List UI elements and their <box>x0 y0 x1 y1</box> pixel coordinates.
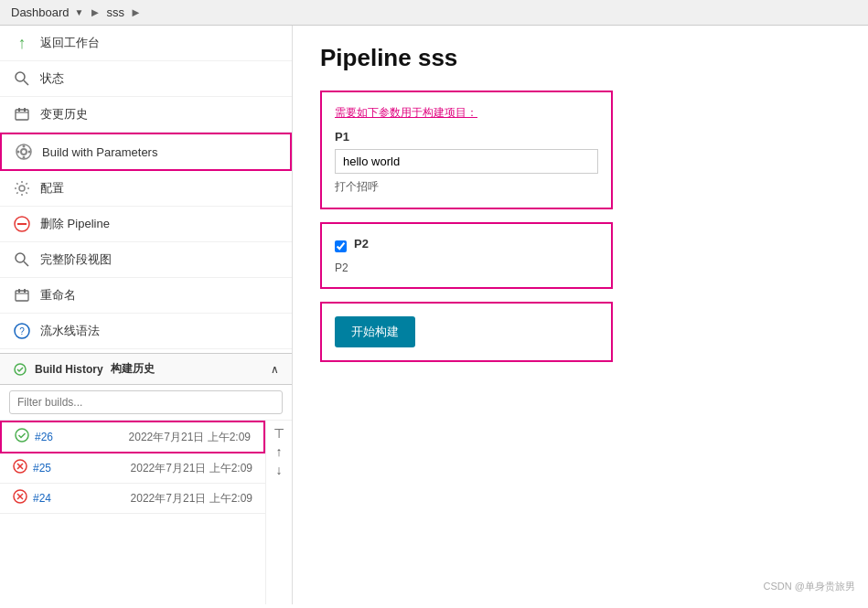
return-icon: ↑ <box>13 34 31 52</box>
scroll-down-button[interactable]: ↓ <box>273 461 286 479</box>
build-history-title-cn: 构建历史 <box>111 361 155 377</box>
breadcrumb: Dashboard ▼ ► sss ► <box>0 0 868 26</box>
svg-point-8 <box>22 150 26 154</box>
build-history-chevron[interactable]: ∧ <box>271 363 279 376</box>
sidebar-item-rename[interactable]: 重命名 <box>0 278 292 314</box>
breadcrumb-dropdown-icon[interactable]: ▼ <box>75 7 84 17</box>
build-list-row: #26 2022年7月21日 上午2:09 #25 2022年7月21日 上午2… <box>0 421 292 604</box>
filter-input-wrapper <box>0 385 292 421</box>
param-hint: 需要如下参数用于构建项目： <box>335 105 598 121</box>
svg-point-12 <box>23 156 26 159</box>
param-p1-section: 需要如下参数用于构建项目： P1 打个招呼 <box>320 91 613 209</box>
sidebar-item-status[interactable]: 状态 <box>0 61 292 97</box>
sidebar-item-label-rename: 重命名 <box>40 287 76 304</box>
sidebar-item-full-stage-view[interactable]: 完整阶段视图 <box>0 242 292 278</box>
build-25-status-icon <box>13 459 27 477</box>
p1-input[interactable] <box>335 149 598 174</box>
start-build-button[interactable]: 开始构建 <box>335 316 415 347</box>
build-item-26[interactable]: #26 2022年7月21日 上午2:09 <box>0 421 265 453</box>
build-24-date: 2022年7月21日 上午2:09 <box>131 491 252 507</box>
sidebar-item-label-delete: 删除 Pipeline <box>40 216 110 232</box>
svg-point-16 <box>16 253 25 262</box>
filter-builds-input[interactable] <box>9 390 283 414</box>
svg-text:?: ? <box>19 326 25 336</box>
param-p2-section: P2 P2 <box>320 222 613 289</box>
build-26-status-icon <box>15 428 29 446</box>
svg-point-11 <box>23 145 26 148</box>
build-list: #26 2022年7月21日 上午2:09 #25 2022年7月21日 上午2… <box>0 421 265 604</box>
breadcrumb-sep2: ► <box>130 5 142 19</box>
breadcrumb-dashboard[interactable]: Dashboard <box>11 5 70 19</box>
breadcrumb-sss[interactable]: sss <box>106 5 124 19</box>
sidebar-item-config[interactable]: 配置 <box>0 171 292 207</box>
svg-point-24 <box>16 429 28 442</box>
build-25-date: 2022年7月21日 上午2:09 <box>131 461 252 476</box>
p2-desc: P2 <box>335 261 598 274</box>
breadcrumb-sep1: ► <box>90 5 102 19</box>
svg-rect-5 <box>24 108 26 112</box>
svg-point-13 <box>19 186 25 191</box>
svg-rect-21 <box>24 289 26 293</box>
build-list-scroll-controls: ⊤ ↑ ↓ <box>265 421 292 604</box>
stages-icon <box>13 251 31 269</box>
pipeline-icon: ? <box>13 322 31 340</box>
sidebar-item-label-pipeline-syntax: 流水线语法 <box>40 323 100 339</box>
build-history-header: Build History 构建历史 ∧ <box>0 353 292 385</box>
build-history-icon <box>13 362 27 377</box>
build-24-num: #24 <box>33 492 51 505</box>
build-history-title: Build History <box>35 363 103 376</box>
svg-rect-2 <box>16 110 28 120</box>
sidebar: ↑ 返回工作台 状态 变更历史 <box>0 26 293 604</box>
svg-point-0 <box>16 72 25 81</box>
build-24-status-icon <box>13 489 27 507</box>
sidebar-item-change-history[interactable]: 变更历史 <box>0 97 292 133</box>
sidebar-item-label-change-history: 变更历史 <box>40 106 88 123</box>
main-content: Pipeline sss 需要如下参数用于构建项目： P1 打个招呼 P2 P2… <box>293 26 868 604</box>
svg-rect-20 <box>18 289 20 293</box>
sidebar-item-return-workspace[interactable]: ↑ 返回工作台 <box>0 26 292 61</box>
sidebar-item-delete-pipeline[interactable]: 删除 Pipeline <box>0 207 292 242</box>
sidebar-item-pipeline-syntax[interactable]: ? 流水线语法 <box>0 314 292 349</box>
build-26-date: 2022年7月21日 上午2:09 <box>129 430 251 445</box>
sidebar-item-label-status: 状态 <box>40 70 64 87</box>
p1-label: P1 <box>335 130 598 144</box>
search-icon <box>13 69 31 88</box>
p2-checkbox[interactable] <box>335 240 347 252</box>
svg-rect-4 <box>18 108 20 112</box>
build-icon <box>15 143 33 161</box>
scroll-to-top-button[interactable]: ⊤ <box>270 424 288 443</box>
sidebar-item-build-with-parameters[interactable]: Build with Parameters <box>0 133 292 171</box>
config-icon <box>13 179 31 197</box>
svg-point-10 <box>28 151 31 154</box>
svg-point-9 <box>17 151 20 154</box>
svg-rect-18 <box>16 291 28 301</box>
build-item-25[interactable]: #25 2022年7月21日 上午2:09 <box>0 453 265 484</box>
history-icon <box>13 105 31 123</box>
p2-label: P2 <box>354 237 369 251</box>
p1-desc: 打个招呼 <box>335 179 598 195</box>
svg-line-17 <box>24 261 28 266</box>
scroll-up-button[interactable]: ↑ <box>273 443 286 461</box>
build-item-24[interactable]: #24 2022年7月21日 上午2:09 <box>0 484 265 514</box>
sidebar-item-label-config: 配置 <box>40 180 64 197</box>
watermark: CSDN @单身贵旅男 <box>764 580 855 593</box>
delete-icon <box>13 215 31 233</box>
sidebar-item-label-build-params: Build with Parameters <box>42 145 157 159</box>
svg-line-1 <box>24 80 28 85</box>
page-title: Pipeline sss <box>320 44 841 72</box>
sidebar-item-label-stages: 完整阶段视图 <box>40 251 112 268</box>
build-25-num: #25 <box>33 462 51 475</box>
build-button-section: 开始构建 <box>320 302 613 362</box>
rename-icon <box>13 286 31 304</box>
build-26-num: #26 <box>35 431 53 443</box>
sidebar-item-label-return: 返回工作台 <box>40 35 100 51</box>
